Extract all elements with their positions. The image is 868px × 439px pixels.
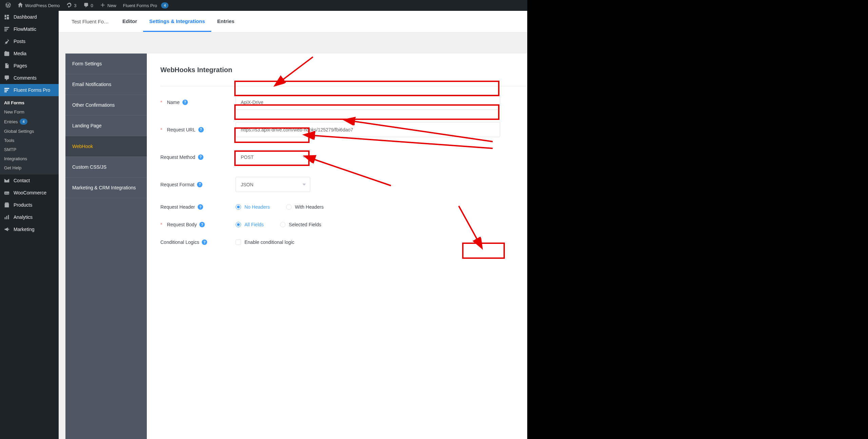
radio-all-fields[interactable]: All Fields — [236, 222, 264, 227]
svg-rect-9 — [5, 217, 6, 219]
menu-label: FlowMattic — [14, 26, 36, 32]
settings-item-email-notifications[interactable]: Email Notifications — [65, 74, 147, 95]
select-value: JSON — [241, 182, 253, 187]
menu-fluent-forms[interactable]: Fluent Forms Pro — [0, 84, 59, 96]
submenu-label: Global Settings — [4, 129, 34, 134]
wp-logo[interactable] — [2, 0, 14, 11]
svg-rect-11 — [8, 215, 9, 220]
menu-dashboard[interactable]: Dashboard — [0, 11, 59, 23]
submenu-all-forms[interactable]: All Forms — [0, 98, 59, 107]
menu-label: Analytics — [14, 214, 33, 220]
submenu-new-form[interactable]: New Form — [0, 107, 59, 117]
help-icon[interactable]: ? — [182, 100, 188, 105]
help-icon[interactable]: ? — [198, 154, 203, 160]
required-mark: * — [160, 100, 162, 105]
label-name: Name — [167, 100, 179, 105]
submenu-tools[interactable]: Tools — [0, 136, 59, 145]
menu-label: Marketing — [14, 227, 34, 232]
radio-with-headers[interactable]: With Headers — [286, 204, 324, 210]
ff-submenu: All Forms New Form Entries4 Global Setti… — [0, 96, 59, 174]
help-icon[interactable]: ? — [198, 204, 203, 210]
submenu-label: Integrations — [4, 156, 27, 161]
entries-badge: 4 — [20, 119, 27, 125]
menu-flowmattic[interactable]: FlowMattic — [0, 23, 59, 35]
menu-marketing[interactable]: Marketing — [0, 223, 59, 235]
submenu-get-help[interactable]: Get Help — [0, 163, 59, 172]
settings-item-webhook[interactable]: WebHook — [65, 136, 147, 157]
settings-item-form-settings[interactable]: Form Settings — [65, 54, 147, 74]
tab-settings-integrations[interactable]: Settings & Integrations — [143, 12, 211, 32]
submenu-entries[interactable]: Entries4 — [0, 117, 59, 127]
settings-item-marketing-crm[interactable]: Marketing & CRM Integrations — [65, 177, 147, 198]
help-icon[interactable]: ? — [199, 222, 205, 227]
settings-item-landing-page[interactable]: Landing Page — [65, 116, 147, 136]
new-content-link[interactable]: New — [97, 0, 120, 11]
label-request-method: Request Method — [160, 154, 195, 160]
menu-label: Dashboard — [14, 14, 37, 20]
request-format-select[interactable]: JSON — [236, 177, 310, 192]
settings-item-other-confirmations[interactable]: Other Confirmations — [65, 95, 147, 116]
menu-analytics[interactable]: Analytics — [0, 211, 59, 223]
update-icon — [66, 2, 72, 9]
svg-rect-3 — [4, 88, 9, 89]
analytics-icon — [3, 214, 10, 221]
name-input[interactable] — [236, 95, 500, 110]
tab-entries[interactable]: Entries — [211, 12, 241, 32]
svg-rect-5 — [4, 91, 7, 92]
submenu-integrations[interactable]: Integrations — [0, 154, 59, 163]
conditional-logic-checkbox[interactable] — [236, 239, 241, 245]
menu-comments[interactable]: Comments — [0, 72, 59, 84]
help-icon[interactable]: ? — [198, 127, 204, 132]
submenu-global-settings[interactable]: Global Settings — [0, 127, 59, 136]
updates-link[interactable]: 3 — [63, 0, 80, 11]
menu-contact[interactable]: Contact — [0, 174, 59, 187]
comments-link[interactable]: 0 — [80, 0, 97, 11]
settings-label: Marketing & CRM Integrations — [72, 185, 136, 190]
menu-posts[interactable]: Posts — [0, 35, 59, 47]
request-method-select[interactable]: POST — [236, 149, 310, 165]
menu-woocommerce[interactable]: Woo WooCommerce — [0, 187, 59, 199]
tab-label: Entries — [217, 18, 235, 24]
menu-pages[interactable]: Pages — [0, 60, 59, 72]
pin-icon — [3, 38, 10, 45]
comment-icon — [83, 2, 89, 9]
radio-circle — [280, 222, 285, 227]
media-icon — [3, 50, 10, 57]
help-icon[interactable]: ? — [197, 182, 202, 187]
label-request-header: Request Header — [160, 204, 195, 210]
fluent-forms-adminbar[interactable]: Fluent Forms Pro 4 — [120, 0, 172, 11]
wordpress-icon — [5, 2, 11, 9]
home-icon — [18, 2, 23, 9]
settings-label: Other Confirmations — [72, 102, 115, 108]
products-icon — [3, 202, 10, 208]
radio-label: With Headers — [295, 204, 324, 210]
ff-badge: 4 — [161, 2, 169, 8]
menu-products[interactable]: Products — [0, 199, 59, 211]
menu-label: Products — [14, 202, 32, 208]
help-icon[interactable]: ? — [202, 239, 207, 245]
request-url-input[interactable] — [236, 122, 500, 137]
radio-label: No Headers — [244, 204, 270, 210]
radio-selected-fields[interactable]: Selected Fields — [280, 222, 321, 227]
tab-label: Editor — [122, 18, 137, 24]
submenu-smtp[interactable]: SMTP — [0, 145, 59, 154]
menu-media[interactable]: Media — [0, 47, 59, 60]
site-name-link[interactable]: WordPress Demo — [14, 0, 63, 11]
wp-admin-sidebar: Dashboard FlowMattic Posts Media Pages C… — [0, 11, 59, 439]
radio-circle — [286, 204, 292, 210]
tab-editor[interactable]: Editor — [116, 12, 143, 32]
settings-item-custom-css-js[interactable]: Custom CSS/JS — [65, 157, 147, 177]
svg-rect-0 — [4, 27, 9, 28]
menu-label: Posts — [14, 39, 25, 44]
select-value: POST — [241, 154, 254, 160]
megaphone-icon — [3, 226, 10, 233]
updates-count: 3 — [74, 3, 76, 8]
svg-rect-10 — [6, 216, 7, 219]
radio-no-headers[interactable]: No Headers — [236, 204, 270, 210]
new-label: New — [107, 3, 116, 8]
form-name-display[interactable]: Test Fluent Forms (Pr… — [65, 19, 116, 24]
dashboard-icon — [3, 14, 10, 20]
envelope-icon — [3, 177, 10, 184]
radio-label: All Fields — [244, 222, 264, 227]
menu-label: Contact — [14, 178, 30, 183]
